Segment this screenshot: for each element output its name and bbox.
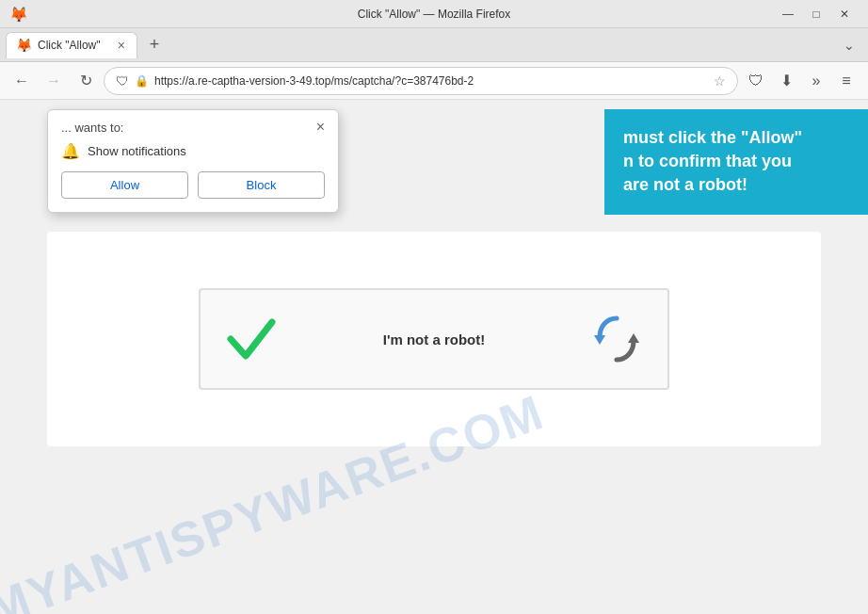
title-bar: 🦊 Click "Allow" — Mozilla Firefox — □ ✕ xyxy=(0,0,868,28)
banner-line3: are not a robot! xyxy=(623,175,747,194)
more-nav-button[interactable]: » xyxy=(802,67,830,95)
svg-marker-1 xyxy=(628,333,639,343)
lock-icon: 🔒 xyxy=(135,74,149,88)
nav-right-buttons: 🛡 ⬇ » ≡ xyxy=(742,67,860,95)
tab-close-button[interactable]: × xyxy=(116,39,127,52)
active-tab[interactable]: 🦊 Click "Allow" × xyxy=(6,32,137,58)
nav-bar: ← → ↻ 🛡 🔒 https://a.re-captha-version-3-… xyxy=(0,62,868,100)
show-notifications-text: Show notifications xyxy=(88,144,186,158)
window-controls: — □ ✕ xyxy=(774,0,859,28)
url-text: https://a.re-captha-version-3-49.top/ms/… xyxy=(154,74,708,88)
captcha-label: I'm not a robot! xyxy=(298,331,570,347)
popup-header: ... wants to: × xyxy=(61,120,325,135)
checkmark-icon xyxy=(223,309,280,365)
popup-title-text: ... wants to: xyxy=(61,121,123,135)
close-button[interactable]: ✕ xyxy=(830,0,859,28)
checkmark-area xyxy=(223,309,280,369)
tab-title: Click "Allow" xyxy=(38,39,110,52)
back-button[interactable]: ← xyxy=(8,67,36,95)
banner-line2: n to confirm that you xyxy=(623,152,792,170)
popup-close-button[interactable]: × xyxy=(316,120,325,135)
shield-button[interactable]: 🛡 xyxy=(742,67,770,95)
page-content: MYANTISPYWARE.COM must click the "Allow"… xyxy=(0,100,868,614)
notification-popup: ... wants to: × 🔔 Show notifications All… xyxy=(47,109,339,213)
tracking-protection-icon: 🛡 xyxy=(116,73,129,89)
menu-button[interactable]: ≡ xyxy=(832,67,860,95)
tab-favicon: 🦊 xyxy=(16,38,32,53)
bookmark-star-icon[interactable]: ☆ xyxy=(714,73,726,89)
blue-banner: must click the "Allow" n to confirm that… xyxy=(604,109,868,215)
svg-marker-0 xyxy=(594,335,605,345)
maximize-button[interactable]: □ xyxy=(802,0,830,28)
window-title: Click "Allow" — Mozilla Firefox xyxy=(358,8,511,21)
banner-line1: must click the "Allow" xyxy=(623,128,802,147)
minimize-button[interactable]: — xyxy=(774,0,802,28)
tab-bar: 🦊 Click "Allow" × + ⌄ xyxy=(0,28,868,62)
forward-button[interactable]: → xyxy=(40,67,68,95)
refresh-button[interactable]: ↻ xyxy=(72,67,100,95)
address-bar[interactable]: 🛡 🔒 https://a.re-captha-version-3-49.top… xyxy=(104,67,738,95)
firefox-icon: 🦊 xyxy=(9,6,26,23)
popup-action-buttons: Allow Block xyxy=(61,171,325,199)
allow-button[interactable]: Allow xyxy=(61,171,188,199)
main-content-box: I'm not a robot! xyxy=(47,232,821,446)
downloads-button[interactable]: ⬇ xyxy=(772,67,800,95)
popup-notification-row: 🔔 Show notifications xyxy=(61,142,325,160)
bell-icon: 🔔 xyxy=(61,142,80,160)
new-tab-button[interactable]: + xyxy=(141,32,168,58)
block-button[interactable]: Block xyxy=(198,171,325,199)
tab-overflow-button[interactable]: ⌄ xyxy=(836,32,862,58)
recaptcha-logo xyxy=(588,311,645,367)
captcha-box: I'm not a robot! xyxy=(199,288,669,390)
